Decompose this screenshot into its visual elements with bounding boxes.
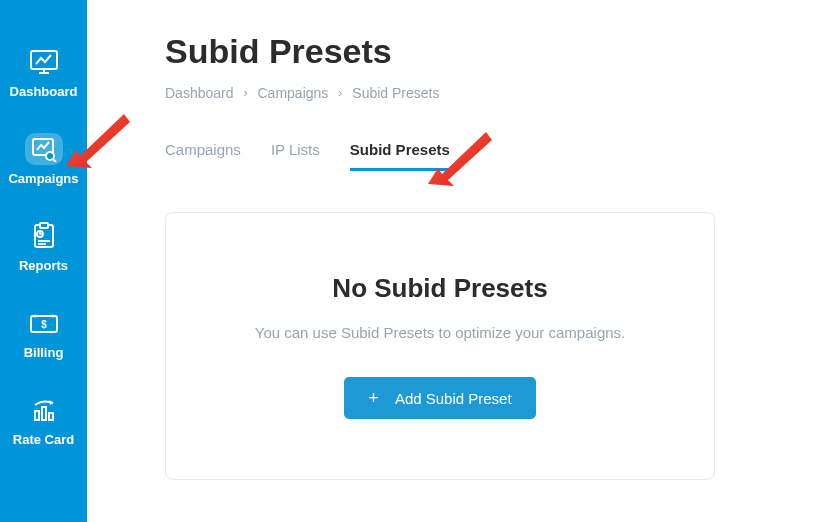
campaigns-icon xyxy=(21,131,67,167)
svg-text:$: $ xyxy=(41,319,47,330)
tab-campaigns[interactable]: Campaigns xyxy=(165,141,241,171)
rate-card-icon xyxy=(21,392,67,428)
dashboard-icon xyxy=(21,44,67,80)
sidebar-item-dashboard[interactable]: Dashboard xyxy=(0,30,87,117)
sidebar: Dashboard Campaigns xyxy=(0,0,87,522)
sidebar-item-label: Rate Card xyxy=(13,432,74,447)
chevron-right-icon: › xyxy=(244,86,248,100)
sidebar-item-reports[interactable]: Reports xyxy=(0,204,87,291)
svg-point-13 xyxy=(33,315,36,318)
breadcrumb-item[interactable]: Subid Presets xyxy=(352,85,439,101)
empty-state-title: No Subid Presets xyxy=(332,273,547,304)
sidebar-item-label: Campaigns xyxy=(8,171,78,186)
tab-ip-lists[interactable]: IP Lists xyxy=(271,141,320,171)
breadcrumb-item[interactable]: Campaigns xyxy=(258,85,329,101)
breadcrumb: Dashboard › Campaigns › Subid Presets xyxy=(165,85,774,101)
sidebar-item-label: Billing xyxy=(24,345,64,360)
tab-subid-presets[interactable]: Subid Presets xyxy=(350,141,450,171)
empty-state-card: No Subid Presets You can use Subid Prese… xyxy=(165,212,715,480)
svg-rect-7 xyxy=(40,223,48,228)
add-subid-preset-button[interactable]: + Add Subid Preset xyxy=(344,377,535,419)
svg-point-4 xyxy=(46,152,54,160)
reports-icon xyxy=(21,218,67,254)
plus-icon: + xyxy=(368,389,379,407)
svg-rect-15 xyxy=(35,411,39,420)
main-content: Subid Presets Dashboard › Campaigns › Su… xyxy=(87,0,814,522)
sidebar-item-billing[interactable]: $ Billing xyxy=(0,291,87,378)
svg-rect-16 xyxy=(42,407,46,420)
tabs: Campaigns IP Lists Subid Presets xyxy=(165,141,774,172)
svg-point-14 xyxy=(51,315,54,318)
sidebar-item-rate-card[interactable]: Rate Card xyxy=(0,378,87,465)
sidebar-item-label: Reports xyxy=(19,258,68,273)
button-label: Add Subid Preset xyxy=(395,390,512,407)
empty-state-description: You can use Subid Presets to optimize yo… xyxy=(255,324,626,341)
svg-line-5 xyxy=(53,159,56,162)
chevron-right-icon: › xyxy=(338,86,342,100)
sidebar-item-label: Dashboard xyxy=(10,84,78,99)
breadcrumb-item[interactable]: Dashboard xyxy=(165,85,234,101)
sidebar-item-campaigns[interactable]: Campaigns xyxy=(0,117,87,204)
page-title: Subid Presets xyxy=(165,32,774,71)
svg-rect-17 xyxy=(49,413,53,420)
billing-icon: $ xyxy=(21,305,67,341)
